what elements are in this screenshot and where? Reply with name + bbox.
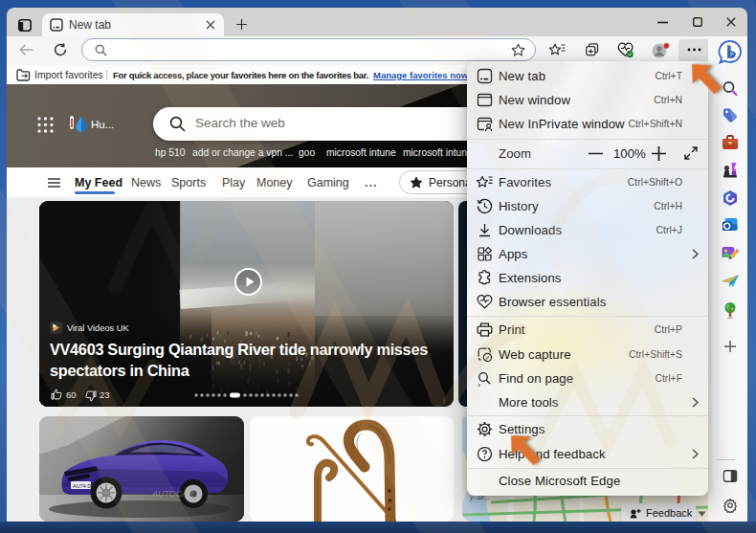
svg-text:AU74 DB: AU74 DB xyxy=(73,483,95,489)
svg-text:AUTOCAR: AUTOCAR xyxy=(151,489,194,499)
